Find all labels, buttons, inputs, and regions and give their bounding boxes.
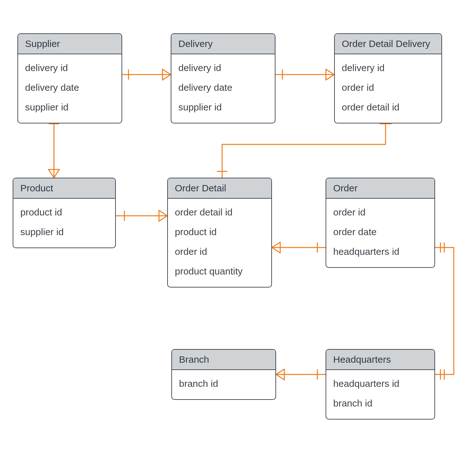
entity-attr: order id (342, 78, 434, 97)
entity-attr: supplier id (178, 97, 268, 117)
entity-delivery[interactable]: Delivery delivery id delivery date suppl… (171, 33, 275, 123)
entity-supplier[interactable]: Supplier delivery id delivery date suppl… (17, 33, 122, 123)
entity-attr: order id (333, 202, 427, 222)
entity-attr: order detail id (342, 97, 434, 117)
svg-line-30 (276, 374, 284, 380)
entity-attr: supplier id (20, 222, 108, 242)
entity-attr: branch id (333, 393, 427, 413)
entity-title: Headquarters (326, 350, 434, 370)
entity-title: Order (326, 178, 434, 199)
entity-title: Supplier (18, 34, 122, 54)
svg-line-10 (54, 169, 59, 178)
entity-attr: product quantity (175, 261, 264, 281)
entity-attr: delivery id (178, 58, 268, 78)
entity-title: Delivery (171, 34, 275, 54)
svg-line-17 (272, 248, 280, 253)
entity-order-detail[interactable]: Order Detail order detail id product id … (167, 178, 272, 288)
entity-title: Order Detail (168, 178, 271, 199)
entity-attr: branch id (179, 374, 268, 393)
entity-order[interactable]: Order order id order date headquarters i… (326, 178, 435, 268)
entity-attr: delivery id (25, 58, 115, 78)
entity-order-detail-delivery[interactable]: Order Detail Delivery delivery id order … (334, 33, 442, 123)
entity-attr: product id (175, 222, 264, 242)
svg-line-9 (49, 169, 54, 178)
entity-attr: order id (175, 242, 264, 261)
svg-line-5 (326, 69, 334, 75)
entity-attr: delivery id (342, 58, 434, 78)
entity-title: Order Detail Delivery (335, 34, 441, 54)
entity-attr: order date (333, 222, 427, 242)
rel-orderdetail-odd (222, 144, 386, 178)
entity-attr: order detail id (175, 202, 264, 222)
svg-line-16 (272, 242, 280, 248)
rel-order-hq (435, 248, 454, 374)
entity-attr: product id (20, 202, 108, 222)
svg-line-1 (162, 69, 171, 75)
entity-title: Product (13, 178, 115, 199)
entity-headquarters[interactable]: Headquarters headquarters id branch id (326, 349, 435, 420)
entity-attr: headquarters id (333, 374, 427, 393)
svg-line-6 (326, 75, 334, 80)
entity-attr: delivery date (178, 78, 268, 97)
svg-line-13 (159, 210, 167, 216)
entity-attr: supplier id (25, 97, 115, 117)
entity-title: Branch (172, 350, 275, 370)
entity-branch[interactable]: Branch branch id (171, 349, 276, 400)
entity-attr: headquarters id (333, 242, 427, 261)
entity-product[interactable]: Product product id supplier id (13, 178, 116, 248)
svg-line-14 (159, 216, 167, 221)
svg-line-29 (276, 369, 284, 374)
svg-line-2 (162, 75, 171, 80)
entity-attr: delivery date (25, 78, 115, 97)
